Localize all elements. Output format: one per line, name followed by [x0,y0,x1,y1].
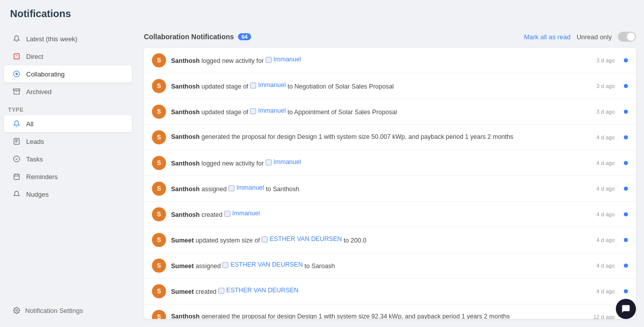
notif-link[interactable]: Immanuel [250,81,286,90]
svg-point-4 [16,73,18,75]
sidebar-type-label: Nudges [26,191,49,198]
lead-link-icon [266,57,272,63]
header-actions: Mark all as read Unread only [524,32,636,42]
sidebar-item-latest[interactable]: Latest (this week) [4,30,132,47]
lead-link-icon [250,108,256,114]
notif-link[interactable]: Immanuel [250,107,286,116]
notification-time: 4 d ago [596,160,615,166]
bell-small-icon [12,119,21,128]
notifications-list: S Santhosh logged new activity for Imman… [144,48,636,319]
notif-link[interactable]: Immanuel [266,158,301,167]
unread-indicator [624,264,628,268]
sidebar-type-label: Tasks [26,155,43,163]
lead-link-icon [224,211,230,217]
notification-count-badge: 64 [238,33,251,40]
notification-time: 4 d ago [596,237,615,243]
notification-row: S Sumeet created ESTHER VAN DEURSEN 4 d … [144,279,636,304]
notification-settings-link[interactable]: Notification Settings [4,302,132,319]
sidebar-type-all[interactable]: All [4,115,132,132]
svg-rect-5 [14,89,20,91]
notification-body: Santhosh updated stage of Immanuel to Ap… [171,107,591,117]
unread-only-label: Unread only [577,33,612,41]
sidebar-item-archived[interactable]: Archived [4,83,132,100]
sidebar-item-direct[interactable]: Direct [4,48,132,65]
notification-body: Sumeet updated system size of ESTHER VAN… [171,235,591,245]
notification-row: S Santhosh logged new activity for Imman… [144,48,636,73]
notification-row: S Sumeet updated system size of ESTHER V… [144,227,636,253]
notif-link[interactable]: Immanuel [266,55,301,64]
sidebar-item-label: Archived [26,88,52,96]
user-avatar: S [152,130,166,144]
notification-body: Santhosh generated the proposal for desi… [171,312,588,319]
notification-row: S Sumeet assigned ESTHER VAN DEURSEN to … [144,253,636,279]
sidebar-top-nav: Latest (this week)DirectCollaboratingArc… [0,30,136,101]
type-section-label: Type [0,101,136,115]
chat-widget-button[interactable] [616,299,636,319]
lead-link-icon [218,288,224,294]
notification-row: S Santhosh updated stage of Immanuel to … [144,99,636,125]
notif-link[interactable]: ESTHER VAN DEURSEN [262,235,342,244]
sidebar-type-label: All [26,120,33,128]
lead-link-icon [228,185,234,191]
unread-indicator [624,289,628,293]
mark-all-read-button[interactable]: Mark all as read [524,33,570,41]
circle-dot-icon [12,69,21,78]
sidebar-type-leads[interactable]: Leads [4,133,132,150]
notification-row: S Santhosh updated stage of Immanuel to … [144,73,636,99]
notification-body: Santhosh created Immanuel [171,209,591,219]
notification-body: Sumeet created ESTHER VAN DEURSEN [171,286,591,296]
user-avatar: S [152,156,166,170]
notification-time: 4 d ago [596,263,615,269]
notif-link[interactable]: ESTHER VAN DEURSEN [218,286,299,295]
calendar-icon [12,172,21,181]
notification-time: 4 d ago [596,211,615,217]
notification-time: 4 d ago [596,186,615,192]
sidebar-item-collaborating[interactable]: Collaborating [4,65,132,83]
unread-indicator [624,135,628,139]
sidebar-type-reminders[interactable]: Reminders [4,168,132,185]
notification-body: Santhosh logged new activity for Immanue… [171,55,591,65]
content-title: Collaboration Notifications [144,33,234,41]
app-layout: Notifications Latest (this week)DirectCo… [0,0,644,327]
notif-link[interactable]: ESTHER VAN DEURSEN [222,261,303,270]
notification-body: Santhosh generated the proposal for desi… [171,133,591,142]
notification-body: Sumeet assigned ESTHER VAN DEURSEN to Sa… [171,261,591,271]
user-avatar: S [152,284,166,298]
user-avatar: S [152,53,166,67]
main-content: Collaboration Notifications 64 Mark all … [136,26,644,327]
settings-label: Notification Settings [25,307,83,314]
lead-link-icon [250,83,256,89]
sidebar-type-nudges[interactable]: Nudges [4,186,132,203]
unread-indicator [624,58,628,62]
sidebar-item-label: Latest (this week) [26,35,77,43]
unread-indicator [624,212,628,216]
notification-row: S Santhosh generated the proposal for de… [144,125,636,150]
notification-time: 4 d ago [596,288,615,294]
notification-time: 12 d ago [593,314,615,319]
lead-link-icon [262,236,268,242]
lead-link-icon [266,159,272,166]
user-avatar: S [152,259,166,273]
sidebar-item-label: Collaborating [26,70,65,78]
bell-icon [12,34,21,43]
notification-time: 3 d ago [596,57,615,63]
sidebar-type-label: Reminders [26,173,58,181]
unread-only-toggle[interactable] [618,32,636,42]
nudge-icon [12,190,21,199]
sidebar-type-tasks[interactable]: Tasks [4,150,132,168]
main-area: Latest (this week)DirectCollaboratingArc… [0,26,644,327]
notification-time: 3 d ago [596,83,615,89]
unread-indicator [624,84,628,88]
lead-link-icon [222,262,228,268]
user-avatar: S [152,79,166,93]
notification-row: S Santhosh created Immanuel 4 d ago [144,202,636,227]
lead-icon [12,137,21,146]
sidebar: Latest (this week)DirectCollaboratingArc… [0,26,136,327]
unread-indicator [624,238,628,242]
notification-time: 3 d ago [596,109,615,115]
notif-link[interactable]: Immanuel [228,184,264,193]
unread-indicator [624,161,628,165]
archive-icon [12,87,21,96]
svg-rect-12 [14,174,20,180]
notif-link[interactable]: Immanuel [224,209,260,218]
